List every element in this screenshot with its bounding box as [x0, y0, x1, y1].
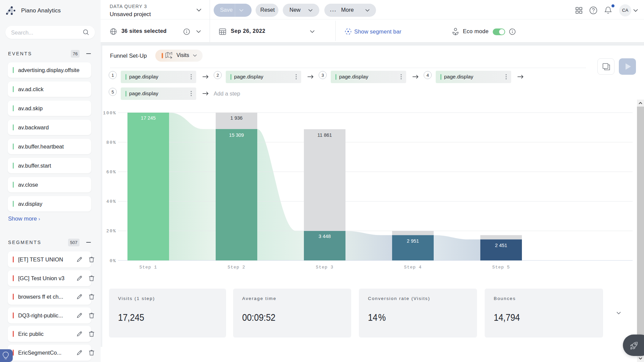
- svg-text:2 451: 2 451: [495, 243, 507, 248]
- svg-text:2 951: 2 951: [407, 238, 419, 244]
- svg-text:60%: 60%: [106, 170, 116, 175]
- svg-text:40%: 40%: [106, 199, 116, 204]
- svg-text:0%: 0%: [110, 258, 116, 263]
- svg-text:1 936: 1 936: [230, 115, 243, 121]
- svg-text:11 861: 11 861: [317, 132, 332, 138]
- svg-text:80%: 80%: [106, 140, 116, 145]
- svg-text:20%: 20%: [106, 229, 116, 234]
- svg-text:Step 2: Step 2: [228, 265, 246, 270]
- svg-text:Step 4: Step 4: [404, 265, 422, 270]
- svg-text:15 309: 15 309: [229, 132, 244, 138]
- svg-text:Step 3: Step 3: [316, 265, 334, 270]
- svg-text:17 245: 17 245: [141, 115, 156, 121]
- svg-text:Step 5: Step 5: [492, 265, 510, 270]
- svg-text:100%: 100%: [103, 111, 116, 116]
- svg-text:Step 1: Step 1: [140, 265, 157, 270]
- svg-text:3 448: 3 448: [319, 234, 331, 239]
